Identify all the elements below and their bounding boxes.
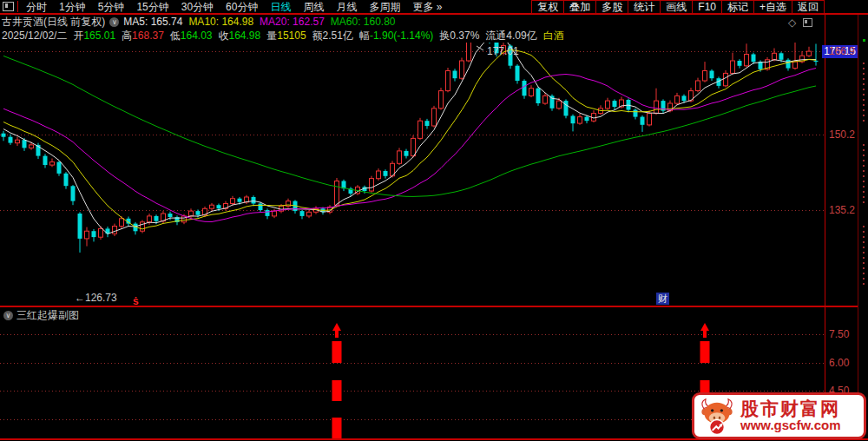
subchart-title: 三红起爆副图 [16,308,79,323]
ohlc-fields: 开165.01高168.37低164.03收164.98量15105额2.51亿… [73,30,569,42]
ma-value: MA10: 164.98 [188,16,253,28]
period-tab-1[interactable]: 1分钟 [53,1,92,13]
period-tab-3[interactable]: 15分钟 [130,1,174,13]
bull-icon [697,396,737,436]
stock-title: 古井贡酒(日线 前复权) [2,16,105,28]
field-value: -1.90(-1.14%) [370,30,433,42]
ma-value: MA20: 162.57 [260,16,325,28]
main-chart-canvas[interactable]: 177.01←126.73ṡ [0,43,825,306]
period-tab-4[interactable]: 30分钟 [175,1,220,13]
panel-icon[interactable] [803,18,812,27]
window-layout-icon[interactable] [3,2,14,11]
toolbar-button-5[interactable]: F10 [692,0,722,14]
price-axis-label: 150.2 [829,128,858,141]
period-tab-9[interactable]: 多周期 [363,1,406,13]
signal-marker [332,323,342,439]
subchart-header: ∨ 三红起爆副图 [3,309,79,321]
field-value: 0.37% [450,30,479,42]
ohlc-info-row: 2025/12/02/二开165.01高168.37低164.03收164.98… [2,29,570,43]
field-value: 165.01 [83,30,115,42]
field-value: 2.51亿 [323,30,353,42]
field-label: 量 [266,30,277,42]
svg-text:177.01: 177.01 [487,45,519,57]
field-label: 额 [312,30,323,42]
subchart-axis-label: 7.50 [829,328,858,340]
diamond-icon[interactable]: ◇ [788,16,796,29]
field-label: 低 [170,30,181,42]
toolbar-button-3[interactable]: 统计 [628,0,661,14]
ma-values: MA5: 165.74MA10: 164.98MA20: 162.57MA60:… [123,16,401,28]
toolbar-divider [17,1,18,12]
field-value: 白酒 [543,30,564,42]
right-collapsed-panel[interactable] [858,15,868,439]
axis-separator-line [825,15,825,439]
field-label: 开 [73,30,83,42]
toolbar-button-6[interactable]: 标记 [721,0,754,14]
stock-app-window: { "icons": {"chevron_down": "∨", "diamon… [0,0,868,441]
period-tab-2[interactable]: 5分钟 [92,1,131,13]
price-axis-label: 166.9 [829,45,858,57]
ma-value: MA60: 160.80 [331,16,396,28]
period-tab-8[interactable]: 月线 [330,1,363,13]
strip-marks [863,226,865,286]
field-value: 168.37 [132,30,164,42]
toolbar-button-8[interactable]: 返回 [792,0,825,14]
period-tab-10[interactable]: 更多 » [406,1,448,13]
stock-info-row: 古井贡酒(日线 前复权)∨MA5: 165.74MA10: 164.98MA20… [2,15,402,29]
toolbar-button-4[interactable]: 画线 [660,0,693,14]
period-tab-7[interactable]: 周线 [297,1,330,13]
period-tab-6[interactable]: 日线 [264,1,297,13]
period-menu: 分时1分钟5分钟15分钟30分钟60分钟日线周线月线多周期更多 » [20,1,448,13]
ma-value: MA5: 165.74 [123,16,182,28]
field-label: 流通 [485,30,506,42]
green-dot-marker [863,39,865,42]
subchart-axis-label: 6.00 [829,357,858,369]
strip-marks [863,63,865,123]
toolbar-buttons: 复权叠加多股统计画线F10标记+自选返回 [532,0,825,14]
field-value: 15105 [277,30,306,42]
field-label: 收 [219,30,229,42]
chart-corner-icons: ◇ [788,16,812,29]
field-value: 164.03 [181,30,213,42]
site-logo[interactable]: 股市财富网 www.gscfw.com [692,392,866,439]
toolbar-button-0[interactable]: 复权 [531,0,564,14]
site-url: www.gscfw.com [740,418,841,432]
field-label: 高 [122,30,132,42]
panel-separator[interactable] [0,306,859,307]
strip-marks [863,144,865,205]
period-toolbar: 分时1分钟5分钟15分钟30分钟60分钟日线周线月线多周期更多 » 复权叠加多股… [0,0,868,15]
cai-watermark: 财 [656,293,669,305]
period-tab-0[interactable]: 分时 [20,1,53,13]
period-tab-5[interactable]: 60分钟 [220,1,264,13]
toolbar-button-2[interactable]: 多股 [595,0,628,14]
toolbar-button-7[interactable]: +自选 [753,0,792,14]
chevron-down-icon[interactable]: ∨ [109,17,119,27]
price-axis-label: 135.2 [829,204,858,216]
field-label: 幅 [359,30,370,42]
svg-text:←126.73: ←126.73 [75,292,117,304]
field-label: 换 [439,30,450,42]
date-label: 2025/12/02/二 [2,30,67,42]
toolbar-button-1[interactable]: 叠加 [563,0,596,14]
field-value: 164.98 [229,30,261,42]
site-name: 股市财富网 [740,399,841,418]
field-value: 4.09亿 [506,30,536,42]
chevron-down-icon[interactable]: ∨ [3,311,13,320]
